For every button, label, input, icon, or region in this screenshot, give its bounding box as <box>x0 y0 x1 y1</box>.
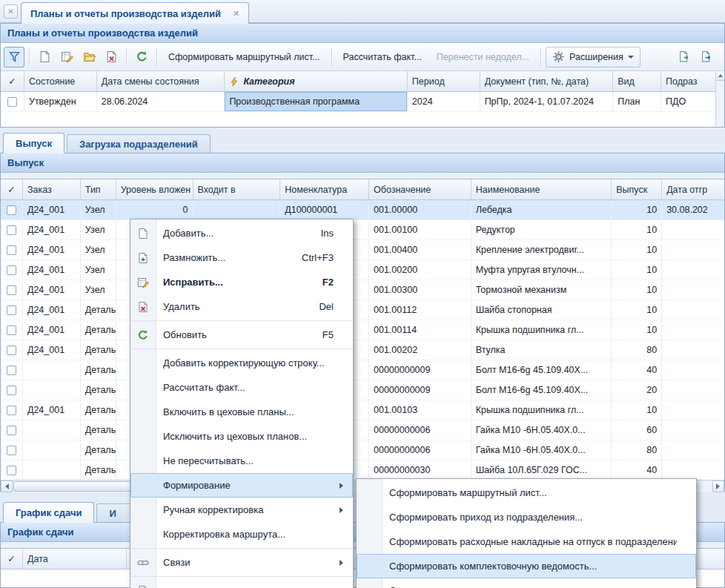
delete-document-button[interactable] <box>101 47 122 67</box>
move-backlog-button[interactable]: Перенести недодел... <box>430 47 536 67</box>
extensions-button[interactable]: Расширения <box>546 47 640 67</box>
filter-button[interactable] <box>4 47 24 67</box>
vypusk-header-ship-date[interactable]: Дата отгр <box>662 179 724 199</box>
submenu-item[interactable]: Сформировать маршрутный лист... <box>357 480 696 505</box>
vypusk-header-check[interactable]: ✓ <box>1 179 23 199</box>
context-menu-item[interactable] <box>130 578 353 588</box>
row-checkbox[interactable] <box>7 406 16 415</box>
row-checkbox[interactable] <box>7 225 16 235</box>
submenu-item[interactable]: О... <box>357 578 696 588</box>
cell-output: 10 <box>612 220 662 240</box>
vypusk-header-part-of[interactable]: Входит в <box>193 179 281 199</box>
vypusk-grid-row[interactable]: Д24_001 Деталь 001.00202 Втулка 80 <box>1 340 724 360</box>
plans-header-document[interactable]: Документ (тип, №, дата) <box>480 71 614 91</box>
context-menu-item[interactable]: Ручная корректировка <box>130 498 353 522</box>
context-menu-item[interactable]: Добавить... Ins <box>130 221 353 245</box>
vypusk-grid-row[interactable]: Д24_001 Узел 001.00300 Тормозной механиз… <box>1 280 724 300</box>
menu-item-label: Удалить <box>163 301 310 312</box>
plans-grid-vscrollbar[interactable] <box>715 71 724 127</box>
row-checkbox[interactable] <box>7 446 16 455</box>
vypusk-header-nomenclature[interactable]: Номенклатура <box>280 179 369 199</box>
tab-zagruzka-podrazdelenij[interactable]: Загрузка подразделений <box>67 134 211 153</box>
row-checkbox[interactable] <box>7 265 16 275</box>
vypusk-grid-row[interactable]: Деталь 00000000006 Гайка М10 -6Н.05.40Х.… <box>1 440 724 460</box>
row-checkbox[interactable] <box>7 346 16 355</box>
menu-icon-slot <box>362 535 376 549</box>
schedule-header-check[interactable]: ✓ <box>1 549 23 569</box>
cell-category[interactable]: Производственная программа <box>225 92 407 111</box>
plans-header-period[interactable]: Период <box>408 71 480 91</box>
vypusk-grid-row[interactable]: Деталь 00000000030 Шайба 10Л.65Г.029 ГОС… <box>1 460 724 480</box>
row-checkbox[interactable] <box>7 205 16 215</box>
schedule-header-date[interactable]: Дата <box>23 549 127 569</box>
vypusk-header-name[interactable]: Наименование <box>471 179 612 199</box>
close-tabs-button[interactable]: ✕ <box>4 4 18 19</box>
context-menu-item[interactable]: Исключить из цеховых планов... <box>130 424 353 449</box>
context-menu-item[interactable]: Корректировка маршрута... <box>130 522 353 546</box>
plans-header-check[interactable]: ✓ <box>1 71 24 91</box>
vypusk-header-order[interactable]: Заказ <box>23 179 81 199</box>
context-menu-item[interactable]: Рассчитать факт... <box>130 375 353 400</box>
vypusk-grid-row[interactable]: Д24_001 Деталь 001.00112 Шайба стопорная… <box>1 300 724 320</box>
context-menu-item[interactable]: Добавить корректирующую строку... <box>130 351 353 375</box>
tab-vypusk[interactable]: Выпуск <box>3 133 64 153</box>
scroll-left-button[interactable] <box>1 480 13 492</box>
vypusk-grid-row[interactable]: Д24_001 Деталь 001.00114 Крышка подшипни… <box>1 320 724 340</box>
row-checkbox[interactable] <box>7 426 16 435</box>
context-menu-item[interactable]: Исправить... F2 <box>130 270 353 294</box>
cell-ship-date <box>662 260 724 280</box>
row-checkbox[interactable] <box>7 466 16 475</box>
plans-header-division[interactable]: Подраз <box>661 71 715 91</box>
row-checkbox[interactable] <box>7 285 16 295</box>
row-checkbox[interactable] <box>7 305 16 315</box>
scroll-right-button[interactable] <box>712 480 724 492</box>
plans-header-category[interactable]: Категория <box>225 71 407 91</box>
vypusk-grid-row[interactable]: Деталь 00000000006 Гайка М10 -6Н.05.40Х.… <box>1 420 724 440</box>
cell-order: Д24_001 <box>23 400 81 420</box>
row-checkbox[interactable] <box>7 326 16 335</box>
plans-header-kind[interactable]: Вид <box>613 71 661 91</box>
context-menu-item[interactable]: Не пересчитывать... <box>130 449 353 473</box>
row-checkbox[interactable] <box>7 97 17 107</box>
row-checkbox[interactable] <box>7 245 16 255</box>
calc-fact-button[interactable]: Рассчитать факт... <box>337 47 428 67</box>
context-menu-item[interactable]: Удалить Del <box>130 294 353 319</box>
vypusk-grid-row[interactable]: Д24_001 Узел 001.00400 Крепление электро… <box>1 240 724 260</box>
plans-header-state-date[interactable]: Дата смены состояния <box>97 71 225 91</box>
submenu-item[interactable]: Сформировать комплектовочную ведомость..… <box>357 554 696 578</box>
context-menu-item[interactable]: Размножить... Ctrl+F3 <box>130 245 353 270</box>
vypusk-grid-row[interactable]: Д24_001 Узел 001.00200 Муфта упругая вту… <box>1 260 724 280</box>
row-checkbox[interactable] <box>7 386 16 395</box>
cell-ship-date <box>662 220 724 240</box>
vypusk-header-designation[interactable]: Обозначение <box>369 179 471 199</box>
context-menu-item[interactable]: Обновить F5 <box>130 323 353 347</box>
vypusk-grid-row[interactable]: Д24_001 Деталь 001.00103 Крышка подшипни… <box>1 400 724 420</box>
submenu-item[interactable]: Сформировать расходные накладные на отпу… <box>357 529 696 554</box>
context-menu-item[interactable]: Связи <box>130 550 353 575</box>
tab-grafik-sdachi[interactable]: График сдачи <box>3 502 94 523</box>
row-checkbox[interactable] <box>7 366 16 375</box>
tab-close-icon[interactable]: ✕ <box>233 9 239 19</box>
make-route-list-button[interactable]: Сформировать маршрутный лист... <box>162 47 327 67</box>
plans-header-state[interactable]: Состояние <box>24 71 97 91</box>
vypusk-header-level[interactable]: Уровень вложен <box>116 179 193 199</box>
plans-grid-row[interactable]: Утвержден 28.06.2024 Производственная пр… <box>1 92 715 112</box>
send-document-button[interactable] <box>696 47 717 67</box>
vypusk-grid-row[interactable]: Деталь 00000000009 Болт М16-6g 45.109.40… <box>1 380 724 400</box>
export-document-button[interactable] <box>674 47 695 67</box>
vypusk-header-type[interactable]: Тип <box>81 179 116 199</box>
vypusk-header-output[interactable]: Выпуск <box>612 179 662 199</box>
edit-document-button[interactable] <box>56 47 77 67</box>
vypusk-grid-row[interactable]: Д24_001 Узел 0 Д100000001 001.00000 Лебе… <box>1 200 724 220</box>
vypusk-grid-row[interactable]: Д24_001 Узел 001.00100 Редуктор 10 <box>1 220 724 240</box>
context-menu-item[interactable]: Включить в цеховые планы... <box>130 400 353 424</box>
scroll-up-button[interactable] <box>716 71 724 81</box>
open-folder-icon <box>83 50 96 63</box>
vypusk-grid-row[interactable]: Деталь 00000000009 Болт М16-6g 45.109.40… <box>1 360 724 380</box>
refresh-button[interactable] <box>131 47 152 67</box>
context-menu-item[interactable]: Формирование <box>130 473 353 498</box>
document-tab-plans[interactable]: Планы и отчеты производства изделий ✕ <box>21 2 249 24</box>
add-document-button[interactable] <box>34 47 55 67</box>
open-folder-button[interactable] <box>79 47 99 67</box>
submenu-item[interactable]: Сформировать приход из подразделения... <box>357 505 696 529</box>
